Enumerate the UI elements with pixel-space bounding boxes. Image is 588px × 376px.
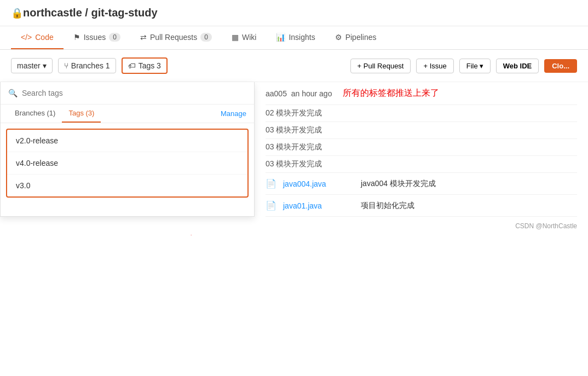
search-input[interactable]: [22, 89, 246, 97]
tab-code[interactable]: </> Code: [11, 26, 64, 49]
clone-button[interactable]: Clo...: [544, 59, 577, 73]
file-row-java004: 📄 java004.java java004 模块开发完成: [266, 173, 577, 195]
insights-icon: 📊: [276, 33, 285, 42]
webide-button[interactable]: Web IDE: [496, 59, 539, 73]
file-row-java01: 📄 java01.java 项目初始化完成: [266, 195, 577, 217]
dropdown-tab-tags[interactable]: Tags (3): [62, 105, 101, 123]
branch-icon: ⑂: [64, 61, 68, 70]
tag-icon: 🏷: [128, 61, 136, 70]
footer: CSDN @NorthCastle: [0, 217, 588, 235]
pr-icon: ⇄: [140, 33, 147, 42]
issues-icon: ⚑: [73, 33, 80, 42]
file-name-java004[interactable]: java004.java: [283, 180, 354, 188]
tags-count[interactable]: 🏷 Tags 3: [122, 57, 168, 74]
search-box: 🔍: [1, 82, 254, 105]
tab-pipelines[interactable]: ⚙ Pipelines: [325, 26, 387, 49]
lock-icon: 🔒: [11, 7, 23, 19]
branches-count[interactable]: ⑂ Branches 1: [58, 58, 116, 73]
file-name-java01[interactable]: java01.java: [283, 201, 354, 210]
file-button[interactable]: File ▾: [459, 59, 491, 73]
wiki-icon: ▦: [232, 33, 239, 42]
search-icon: 🔍: [8, 89, 18, 97]
repo-title: northcastle / git-tag-study: [23, 7, 158, 19]
annotation-text: 所有的标签都推送上来了: [343, 88, 439, 99]
branch-selector[interactable]: master ▾: [11, 58, 53, 73]
pipelines-icon: ⚙: [335, 33, 342, 42]
tag-item-v3[interactable]: v3.0: [7, 175, 247, 196]
repo-name: northcastle / git-tag-study: [23, 7, 158, 19]
toolbar: master ▾ ⑂ Branches 1 🏷 Tags 3 + Pull Re…: [0, 50, 588, 82]
nav-tabs: </> Code ⚑ Issues 0 ⇄ Pull Requests 0 ▦ …: [0, 26, 588, 50]
file-commit-java01: 项目初始化完成: [361, 201, 577, 211]
pull-request-button[interactable]: + Pull Request: [350, 59, 411, 73]
tab-insights[interactable]: 📊 Insights: [266, 26, 325, 49]
chevron-down-icon: ▾: [43, 61, 47, 70]
header: 🔒 northcastle / git-tag-study: [0, 0, 588, 26]
right-content: aa005 an hour ago 所有的标签都推送上来了 02 模块开发完成 …: [255, 82, 588, 217]
issue-button[interactable]: + Issue: [416, 59, 453, 73]
footer-text: CSDN @NorthCastle: [515, 222, 577, 230]
manage-link[interactable]: Manage: [221, 105, 246, 122]
tag-item-v2[interactable]: v2.0-release: [7, 130, 247, 152]
tag-item-v4[interactable]: v4.0-release: [7, 152, 247, 175]
dropdown-tab-row: Branches (1) Tags (3) Manage: [1, 105, 254, 123]
latest-commit: aa005 an hour ago: [266, 89, 332, 98]
file-icon: 📄: [266, 178, 276, 189]
main-content: 🔍 Branches (1) Tags (3) Manage v2.0-rele…: [0, 82, 588, 217]
tab-pull-requests[interactable]: ⇄ Pull Requests 0: [130, 26, 222, 49]
file-commit-java004: java004 模块开发完成: [361, 179, 577, 189]
chevron-down-icon: ▾: [480, 62, 483, 70]
dropdown-tab-branches[interactable]: Branches (1): [8, 105, 62, 123]
branch-label: master: [17, 61, 41, 70]
tab-issues[interactable]: ⚑ Issues 0: [64, 26, 130, 49]
tab-wiki[interactable]: ▦ Wiki: [222, 26, 266, 49]
code-icon: </>: [21, 33, 32, 42]
file-icon: 📄: [266, 200, 276, 211]
tags-dropdown: 🔍 Branches (1) Tags (3) Manage v2.0-rele…: [0, 82, 255, 217]
tags-list: v2.0-release v4.0-release v3.0: [6, 129, 249, 198]
